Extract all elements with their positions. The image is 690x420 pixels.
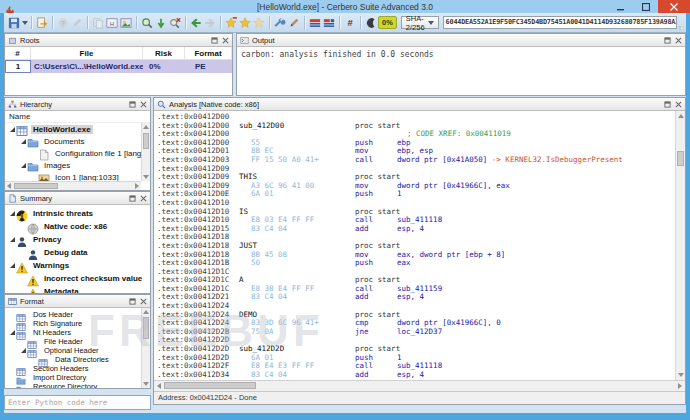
app-window: [HelloWorld.exe] - Cerbero Suite Advance… bbox=[0, 0, 690, 420]
float-panel-icon[interactable] bbox=[664, 37, 671, 44]
analysis-hscrollbar[interactable] bbox=[154, 380, 685, 391]
summary-tree-item[interactable]: Native code: x86 bbox=[5, 220, 150, 233]
disassembly-line[interactable]: .text:0x00412D0E6A 01push1 bbox=[157, 190, 675, 199]
summary-panel-title: Summary bbox=[20, 194, 52, 203]
copy-button[interactable] bbox=[91, 15, 104, 30]
copy-hash-icon[interactable] bbox=[679, 16, 683, 29]
roots-column-header[interactable]: Format bbox=[185, 47, 232, 59]
summary-tree-item[interactable]: Metadata bbox=[5, 285, 150, 293]
edit-pencil-button[interactable] bbox=[70, 15, 83, 30]
expander-icon[interactable] bbox=[19, 139, 27, 144]
float-panel-icon[interactable] bbox=[129, 101, 136, 108]
close-panel-icon[interactable] bbox=[675, 37, 682, 44]
expander-icon[interactable] bbox=[8, 330, 16, 335]
summary-tree-item[interactable]: Intrinsic threats bbox=[5, 207, 150, 220]
output-log-text[interactable]: carbon: analysis finished in 0.0 seconds bbox=[237, 47, 685, 62]
layout-b-button[interactable] bbox=[322, 15, 335, 30]
float-panel-icon[interactable] bbox=[664, 101, 671, 108]
roots-file-row[interactable]: 1C:\Users\C\...\HelloWorld.exe0%PE bbox=[5, 60, 232, 73]
float-panel-icon[interactable] bbox=[129, 298, 136, 305]
analysis-vscrollbar[interactable] bbox=[675, 111, 685, 380]
hash-value-field[interactable]: 6044DEA552A1E9F50FC345D4BD75451A0041D411… bbox=[443, 16, 677, 29]
close-panel-icon[interactable] bbox=[222, 37, 229, 44]
carbon-button[interactable] bbox=[364, 15, 377, 30]
summary-tree-item[interactable]: Incorrect checksum value bbox=[5, 272, 150, 285]
bookmark-off-button[interactable] bbox=[252, 15, 265, 30]
disassembly-line[interactable]: .text:0x00412D1C bbox=[157, 268, 675, 277]
disassembly-line[interactable]: .text:0x00412D3483 C4 04addesp, 4 bbox=[157, 371, 675, 380]
disassembly-line[interactable]: .text:0x00412D09A3 6C 96 41 00movdword p… bbox=[157, 182, 675, 191]
disassembly-line[interactable]: .text:0x00412D2B75 0Ajneloc_412D37 bbox=[157, 328, 675, 337]
float-panel-icon[interactable] bbox=[129, 195, 136, 202]
disassembly-line[interactable]: .text:0x00412D00 bbox=[157, 113, 675, 122]
format-tree-item[interactable]: Resource Directory bbox=[5, 382, 150, 388]
layout-a-button[interactable] bbox=[308, 15, 321, 30]
hierarchy-tree-item[interactable]: Documents bbox=[5, 135, 150, 147]
search-down-button[interactable] bbox=[154, 15, 167, 30]
hierarchy-vscrollbar[interactable] bbox=[141, 123, 150, 181]
bookmark-add-button[interactable] bbox=[224, 15, 237, 30]
float-panel-icon[interactable] bbox=[211, 37, 218, 44]
disasm-bytes: FF 15 50 A0 41+ bbox=[237, 156, 355, 165]
image-view-button[interactable] bbox=[119, 15, 132, 30]
summary-tree-item[interactable]: Debug data bbox=[5, 246, 150, 259]
disassembly-line[interactable]: .text:0x00412D2183 C4 04addesp, 4 bbox=[157, 293, 675, 302]
hash-algo-select[interactable]: SHA-2/256 bbox=[401, 16, 439, 29]
disassembly-view[interactable]: .text:0x00412D00.text:0x00412D00sub_412D… bbox=[154, 111, 675, 380]
hex-view-button[interactable]: H bbox=[105, 15, 118, 30]
pen-button[interactable] bbox=[287, 15, 300, 30]
hierarchy-name-header[interactable]: Name bbox=[5, 111, 150, 123]
disassembly-line[interactable]: .text:0x00412D2D bbox=[157, 336, 675, 345]
save-dropdown-caret[interactable] bbox=[21, 15, 28, 30]
disasm-instruction: movdword ptr [0x41966C], eax bbox=[355, 182, 510, 191]
hierarchy-tree-item[interactable]: HelloWorld.exe bbox=[5, 123, 150, 135]
toolbar-separator bbox=[269, 16, 270, 29]
close-panel-icon[interactable] bbox=[140, 101, 147, 108]
summary-panel-titlebar: Summary bbox=[5, 192, 150, 205]
expander-icon[interactable] bbox=[8, 237, 16, 242]
disassembly-line[interactable]: .text:0x00412D24 bbox=[157, 302, 675, 311]
minimize-button[interactable] bbox=[608, 0, 633, 13]
export-button[interactable] bbox=[35, 15, 48, 30]
bookmark-button[interactable] bbox=[238, 15, 251, 30]
hierarchy-tree-item[interactable]: Images bbox=[5, 159, 150, 171]
roots-column-header[interactable]: # bbox=[5, 47, 31, 59]
search-off-button[interactable] bbox=[168, 15, 181, 30]
workspace: Roots #FileRiskFormat 1C:\Users\C\...\He… bbox=[4, 33, 686, 413]
toolbar-separator bbox=[185, 16, 186, 29]
expander-icon[interactable] bbox=[19, 348, 27, 353]
maximize-button[interactable] bbox=[633, 0, 658, 13]
expander-icon[interactable] bbox=[8, 263, 16, 268]
roots-column-header[interactable]: File bbox=[31, 47, 143, 59]
disassembly-line[interactable]: .text:0x00412D00; CODE XREF: 0x00411019 bbox=[157, 130, 675, 139]
expander-icon[interactable] bbox=[8, 211, 16, 216]
disassembly-line[interactable]: .text:0x00412D03FF 15 50 A0 41+calldword… bbox=[157, 156, 675, 165]
search-button[interactable] bbox=[140, 15, 153, 30]
hash-view-button[interactable]: # bbox=[343, 15, 356, 30]
summary-tree-item[interactable]: Warnings bbox=[5, 259, 150, 272]
hierarchy-hscrollbar[interactable] bbox=[5, 181, 141, 190]
close-button[interactable] bbox=[658, 0, 690, 13]
forward-button[interactable] bbox=[203, 15, 216, 30]
disassembly-line[interactable]: .text:0x00412D1583 C4 04addesp, 4 bbox=[157, 225, 675, 234]
format-vscrollbar[interactable] bbox=[141, 308, 150, 388]
disassembly-line[interactable]: .text:0x00412D2Dsub_412D2Dproc start bbox=[157, 345, 675, 354]
help-button[interactable]: ? bbox=[56, 15, 69, 30]
roots-column-header[interactable]: Risk bbox=[143, 47, 185, 59]
close-panel-icon[interactable] bbox=[675, 101, 682, 108]
close-panel-icon[interactable] bbox=[140, 195, 147, 202]
disassembly-line[interactable]: .text:0x00412D09 bbox=[157, 165, 675, 174]
summary-tree-item[interactable]: Privacy bbox=[5, 233, 150, 246]
disassembly-line[interactable]: .text:0x00412D1B50pusheax bbox=[157, 259, 675, 268]
close-panel-icon[interactable] bbox=[140, 298, 147, 305]
python-command-input[interactable] bbox=[4, 395, 151, 410]
disassembly-line[interactable]: .text:0x00412D10 bbox=[157, 199, 675, 208]
tools-button[interactable] bbox=[273, 15, 286, 30]
expander-icon[interactable] bbox=[8, 127, 16, 132]
format-tree-item[interactable]: Optional Header bbox=[5, 346, 150, 355]
save-button[interactable] bbox=[7, 15, 20, 30]
expander-icon[interactable] bbox=[19, 163, 27, 168]
disassembly-line[interactable]: .text:0x00412D18 bbox=[157, 233, 675, 242]
back-button[interactable] bbox=[189, 15, 202, 30]
disassembly-line[interactable]: .text:0x00412D188B 45 08moveax, dword pt… bbox=[157, 251, 675, 260]
